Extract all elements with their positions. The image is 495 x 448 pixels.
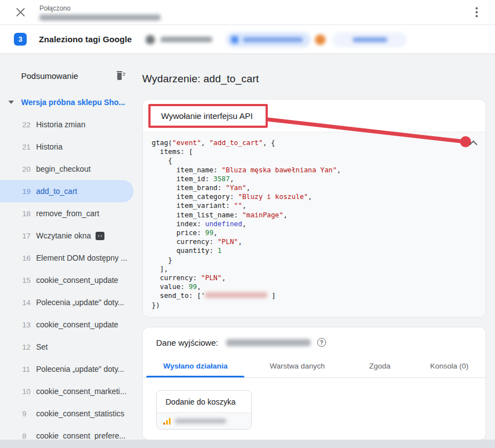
- sidebar-item-cookie_consent_statistics[interactable]: 9cookie_consent_statistics: [0, 402, 133, 425]
- api-call-card: Wywołanie interfejsu API gtag("event", "…: [142, 99, 486, 317]
- event-number: 10: [22, 387, 34, 396]
- sidebar-item-polecenia-update-doty-[interactable]: 14Polecenia „update” doty...: [0, 291, 133, 313]
- close-icon[interactable]: [14, 6, 27, 18]
- code-line: value: 99,: [152, 282, 477, 291]
- sidebar-event-list: 22Historia zmian21Historia20begin_checko…: [0, 113, 138, 447]
- top-bar: Połączono: [0, 0, 495, 25]
- sidebar-item-cookie_consent_update[interactable]: 13cookie_consent_update: [0, 313, 133, 336]
- code-line: price: 99,: [152, 228, 477, 237]
- event-label: cookie_consent_update: [36, 320, 118, 329]
- event-label: add_to_cart: [36, 187, 77, 196]
- code-line: gtag("event", "add_to_cart", {: [152, 138, 477, 147]
- event-number: 21: [22, 143, 34, 151]
- redacted-tag-icon[interactable]: [146, 35, 155, 44]
- tab-wys-ano-dzia-ania[interactable]: Wysłano działania: [143, 355, 248, 377]
- sidebar-summary-row[interactable]: Podsumowanie: [0, 64, 138, 87]
- kebab-menu-icon[interactable]: [472, 7, 482, 18]
- event-label: Historia: [36, 142, 62, 151]
- annotation-highlight-box: Wywołanie interfejsu API: [148, 104, 268, 128]
- tags-bar: 3 Znaleziono tagi Google: [0, 25, 495, 54]
- chevron-up-icon[interactable]: [469, 138, 479, 146]
- caret-down-icon[interactable]: [8, 101, 14, 104]
- event-label: Set: [36, 342, 48, 351]
- sidebar-item-set[interactable]: 12Set: [0, 336, 133, 358]
- main-panel: Wydarzenie: add_to_cart Wywołanie interf…: [142, 54, 486, 440]
- help-icon[interactable]: ?: [317, 338, 326, 347]
- sidebar-item-wczytanie-okna[interactable]: 17Wczytanie okna‹›: [0, 225, 133, 247]
- connection-status-block: Połączono: [39, 4, 161, 21]
- event-number: 8: [22, 432, 34, 440]
- event-number: 13: [22, 321, 34, 329]
- code-line: ],: [152, 265, 477, 273]
- event-number: 16: [22, 254, 34, 262]
- event-number: 9: [22, 410, 34, 418]
- event-number: 19: [22, 187, 34, 196]
- code-line: item_brand: "Yan",: [152, 183, 477, 192]
- event-label: cookie_consent_marketi...: [36, 387, 127, 396]
- code-line: currency: "PLN",: [152, 273, 477, 282]
- code-line: }): [152, 301, 477, 310]
- event-number: 12: [22, 343, 34, 351]
- sidebar-container-root[interactable]: Wersja próbna sklepu Sho...: [0, 91, 138, 113]
- code-line: currency: "PLN",: [152, 237, 477, 246]
- hit-destination-redacted: [175, 419, 226, 424]
- event-label: cookie_consent_prefere...: [36, 431, 126, 440]
- sidebar-item-historia-zmian[interactable]: 22Historia zmian: [0, 113, 133, 136]
- output-tabs: Wysłano działaniaWarstwa danychZgodaKons…: [143, 355, 486, 378]
- hit-card-footer: [157, 412, 251, 429]
- code-line: item_name: "Bluza męska bawełniana Yan",: [152, 166, 477, 175]
- toolbar-redacted-items: [146, 25, 407, 54]
- event-label: cookie_consent_update: [36, 276, 118, 285]
- hit-card-title: Dodanie do koszyka: [157, 391, 251, 412]
- hit-card-add-to-cart[interactable]: Dodanie do koszyka: [156, 390, 252, 430]
- redacted-ga-pill[interactable]: [226, 32, 311, 47]
- event-label: Element DOM dostępny ...: [36, 253, 127, 262]
- gtag-code-block: gtag("event", "add_to_cart", { items: [ …: [143, 132, 486, 317]
- trash-icon[interactable]: [114, 69, 127, 82]
- sidebar-item-cookie_consent_update[interactable]: 15cookie_consent_update: [0, 269, 133, 291]
- summary-label: Podsumowanie: [21, 71, 78, 81]
- code-line: items: [: [152, 147, 477, 156]
- output-header: Dane wyjściowe: ?: [143, 327, 486, 352]
- sidebar-item-cookie_consent_marketi-[interactable]: 10cookie_consent_marketi...: [0, 380, 133, 402]
- event-number: 20: [22, 165, 34, 173]
- sidebar-item-historia[interactable]: 21Historia: [0, 136, 133, 158]
- bottom-scrollbar-area[interactable]: [0, 440, 495, 448]
- connection-status: Połączono: [39, 4, 161, 12]
- event-number: 14: [22, 298, 34, 307]
- connected-url-redacted: [39, 14, 161, 21]
- sidebar-item-element-dom-dost-pny-[interactable]: 16Element DOM dostępny ...: [0, 247, 133, 269]
- api-call-header: Wywołanie interfejsu API: [143, 99, 486, 132]
- output-id-redacted: [226, 339, 311, 346]
- redacted-secondary-pill[interactable]: [333, 32, 407, 47]
- tab-warstwa-danych[interactable]: Warstwa danych: [248, 355, 346, 377]
- code-line: {: [152, 156, 477, 165]
- code-line: item_list_name: "mainPage",: [152, 211, 477, 220]
- event-number: 15: [22, 276, 34, 285]
- output-card: Dane wyjściowe: ? Wysłano działaniaWarst…: [142, 327, 486, 440]
- event-label: remove_from_cart: [36, 209, 99, 218]
- sidebar-item-remove_from_cart[interactable]: 18remove_from_cart: [0, 202, 133, 225]
- redacted-status-dot: [315, 34, 326, 45]
- code-snippet-icon: ‹›: [96, 232, 104, 240]
- redacted-tag-label: [161, 37, 212, 42]
- sidebar-item-polecenia-update-doty-[interactable]: 11Polecenia „update” doty...: [0, 358, 133, 380]
- sidebar: Podsumowanie Wersja próbna sklepu Sho...…: [0, 54, 138, 447]
- event-label: Polecenia „update” doty...: [36, 298, 124, 307]
- event-label: begin_checkout: [36, 165, 91, 173]
- code-line: quantity: 1: [152, 246, 477, 255]
- page-title: Wydarzenie: add_to_cart: [142, 73, 486, 85]
- code-line: }: [152, 256, 477, 265]
- tab-zgoda[interactable]: Zgoda: [347, 355, 413, 377]
- code-line: index: undefined,: [152, 220, 477, 228]
- google-analytics-icon: [163, 417, 171, 425]
- tab-konsola-0-[interactable]: Konsola (0): [413, 355, 486, 377]
- event-number: 11: [22, 365, 34, 374]
- code-line: send_to: [' ]: [152, 291, 477, 300]
- tag-count-badge: 3: [14, 33, 27, 46]
- sidebar-item-add_to_cart[interactable]: 19add_to_cart: [0, 180, 133, 202]
- output-body: Dodanie do koszyka: [143, 378, 486, 430]
- sidebar-item-begin_checkout[interactable]: 20begin_checkout: [0, 158, 133, 180]
- event-label: Polecenia „update” doty...: [36, 365, 124, 374]
- event-number: 18: [22, 210, 34, 218]
